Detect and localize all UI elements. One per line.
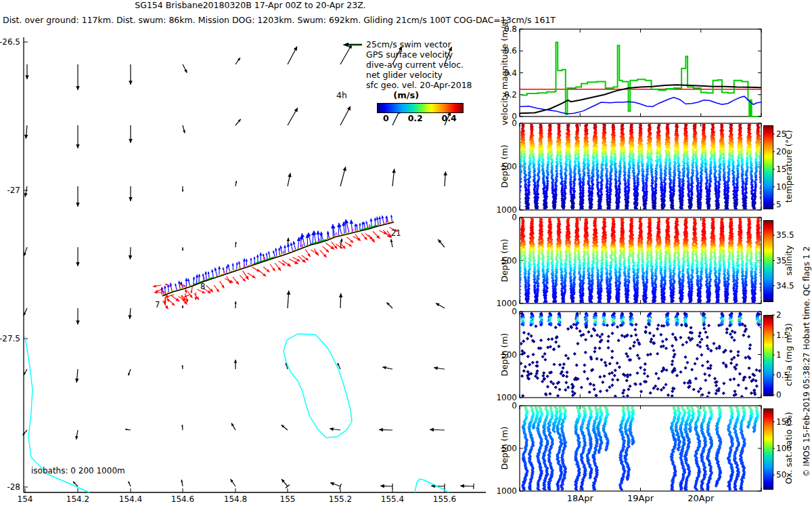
vector-arrow	[356, 224, 358, 230]
vector-arrow	[185, 278, 187, 287]
vector-arrow	[232, 263, 234, 270]
legend-colorbar-tick: 0.2	[405, 113, 426, 123]
vector-arrow	[460, 484, 474, 489]
vector-arrow	[76, 125, 80, 148]
temperature-cbar-tick: 5	[776, 200, 782, 209]
map-y-tick: -27	[0, 186, 20, 195]
vector-arrow	[248, 273, 256, 278]
vector-arrow	[198, 274, 200, 282]
map-x-tick: 155.2	[313, 494, 367, 504]
legend-label: net glider velocity	[366, 70, 443, 80]
vector-arrow	[246, 259, 248, 266]
series-dive-avg-current	[520, 96, 761, 114]
vector-arrow	[215, 268, 217, 276]
vector-arrow	[373, 231, 380, 238]
legend-colorbar-ticks: 00.20.4	[377, 113, 464, 124]
vector-arrow	[154, 291, 162, 294]
vector-arrow	[288, 47, 297, 64]
vector-arrow	[436, 303, 445, 309]
vector-arrow	[281, 479, 290, 488]
vector-arrow	[330, 482, 341, 489]
vector-arrow	[354, 224, 356, 231]
vector-arrow	[196, 274, 198, 283]
vector-arrow	[181, 425, 183, 430]
vector-arrow	[218, 266, 221, 275]
track-dive-number: 21	[391, 228, 401, 238]
vector-arrow	[268, 251, 270, 258]
vector-arrow	[214, 285, 219, 292]
vector-arrow	[153, 284, 161, 287]
salinity-cbar-tick: 35.5	[776, 230, 794, 240]
vector-arrow	[275, 248, 277, 255]
vector-arrow	[374, 217, 376, 226]
temperature-cbar-tick: 20	[776, 147, 786, 156]
chl-a-profile-chart	[520, 312, 761, 397]
vector-arrow	[376, 217, 379, 225]
vector-arrow	[288, 108, 298, 125]
oxygen-profile-chart	[520, 406, 761, 490]
vector-arrow	[259, 253, 262, 261]
legend-arrow-swatch	[342, 60, 363, 70]
map-legend: 25cm/s swim vectorGPS surface velocitydi…	[342, 39, 472, 124]
vector-arrow	[387, 303, 392, 308]
vector-arrow	[434, 366, 445, 370]
vector-arrow	[181, 480, 183, 486]
vector-arrow	[233, 277, 239, 284]
vector-arrow	[235, 301, 237, 308]
vector-arrow	[76, 247, 80, 266]
vector-arrow	[378, 216, 381, 224]
vector-arrow	[235, 119, 241, 125]
vector-arrow	[236, 262, 238, 269]
velocity-panel-y-tick: 0.8	[476, 24, 517, 34]
velocity-series	[520, 42, 761, 117]
vector-arrow	[175, 284, 177, 290]
vector-arrow	[187, 278, 189, 285]
vector-arrow	[235, 242, 237, 247]
map-x-tick: 154.4	[104, 494, 158, 504]
legend-units-row: 4h(m/s)	[342, 90, 472, 100]
vector-arrow	[293, 257, 300, 261]
legend-arrow-swatch	[342, 80, 363, 90]
map-x-tick: 154	[0, 494, 52, 504]
legend-colorbar	[377, 103, 464, 113]
oxygen-panel-y-tick: 1000	[476, 486, 517, 496]
vector-arrow	[345, 242, 352, 247]
vector-arrow	[193, 277, 196, 284]
vector-arrow	[220, 281, 225, 289]
vector-arrow	[370, 218, 373, 226]
chl-cbar-tick: 0.5	[776, 371, 789, 380]
vector-arrow	[266, 253, 268, 259]
vector-arrow	[339, 293, 343, 308]
legend-units-label: (m/s)	[361, 90, 452, 100]
temperature-cbar-tick: 25	[776, 129, 786, 139]
legend-arrow-swatch	[342, 70, 363, 80]
vector-arrow	[24, 125, 28, 139]
map-y-tick: -26.5	[0, 37, 20, 47]
legend-label: sfc geo. vel. 20-Apr-2018	[366, 80, 472, 90]
legend-label: GPS surface velocity	[366, 49, 453, 60]
vector-arrow	[129, 247, 133, 259]
vector-arrow	[392, 169, 396, 186]
vector-arrow	[76, 308, 80, 324]
vector-arrow	[182, 305, 184, 308]
vector-arrow	[190, 287, 192, 293]
temperature-colorbar	[763, 125, 773, 209]
vector-arrow	[168, 300, 175, 306]
vector-arrow	[208, 272, 210, 278]
vector-arrow	[182, 247, 184, 251]
vector-arrow	[278, 248, 280, 255]
vector-arrow	[25, 64, 29, 79]
vector-arrow	[24, 369, 27, 375]
vector-arrow	[390, 215, 392, 221]
legend-arrow-icon	[342, 39, 363, 49]
vector-arrow	[390, 239, 393, 247]
vector-arrow	[365, 221, 367, 228]
figure-root: { "header": { "title": "SG154 Brisbane20…	[0, 0, 812, 508]
vector-arrow	[183, 125, 185, 133]
vector-arrow	[76, 64, 80, 90]
temperature-cbar-tick: 10	[776, 182, 786, 192]
salinity-colorbar	[763, 220, 773, 302]
vector-arrow	[125, 429, 131, 431]
chl-panel-y-tick: 0	[476, 307, 517, 316]
vector-arrow	[443, 171, 447, 186]
